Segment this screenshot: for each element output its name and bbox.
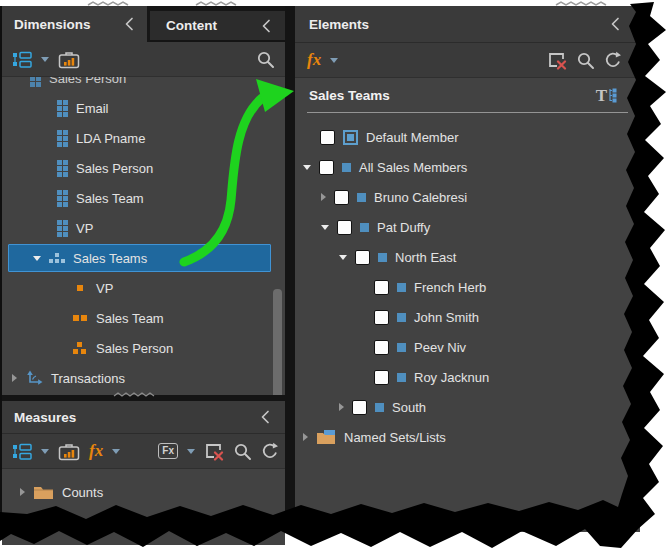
- tree-item-level-sales-person[interactable]: Sales Person: [2, 333, 285, 363]
- dimensions-toolbar: [2, 42, 285, 77]
- fx-folder-icon[interactable]: Fx: [158, 443, 178, 459]
- elements-header: Elements: [295, 6, 640, 43]
- tree-item-email[interactable]: Email: [2, 93, 285, 123]
- fx-folder-dropdown-icon[interactable]: [187, 449, 195, 454]
- tree-item-named-sets-lists[interactable]: Named Sets/Lists: [295, 422, 640, 452]
- expanded-caret-icon[interactable]: [339, 255, 347, 260]
- collapse-chevron-icon[interactable]: [611, 17, 620, 31]
- member-icon: [375, 403, 384, 412]
- member-row-all-sales-members[interactable]: All Sales Members: [295, 152, 640, 182]
- tab-dimensions[interactable]: Dimensions: [2, 6, 147, 42]
- measures-folder-counts[interactable]: Counts: [2, 477, 285, 507]
- expanded-caret-icon[interactable]: [303, 165, 311, 170]
- app-screenshot: Dimensions Content: [0, 6, 640, 532]
- tree-view-icon[interactable]: [12, 51, 32, 68]
- measures-header: Measures: [2, 401, 285, 434]
- member-row-peev-niv[interactable]: Peev Niv: [295, 332, 640, 362]
- member-checkbox[interactable]: [374, 280, 389, 295]
- member-checkbox[interactable]: [374, 370, 389, 385]
- search-icon[interactable]: [233, 442, 252, 461]
- member-icon: [397, 313, 406, 322]
- member-row-pat-duffy[interactable]: Pat Duffy: [295, 212, 640, 242]
- member-row-french-herb[interactable]: French Herb: [295, 272, 640, 302]
- level-icon: [72, 315, 88, 321]
- member-row-john-smith[interactable]: John Smith: [295, 302, 640, 332]
- tree-view-dropdown-icon[interactable]: [41, 57, 49, 62]
- collapse-chevron-icon[interactable]: [261, 410, 270, 424]
- fx-dropdown-icon[interactable]: [112, 449, 120, 454]
- expanded-caret-icon[interactable]: [321, 225, 329, 230]
- member-checkbox[interactable]: [352, 400, 367, 415]
- elements-toolbar: fx: [295, 43, 640, 78]
- refresh-icon[interactable]: [261, 442, 279, 460]
- attribute-icon: [30, 77, 41, 87]
- expanded-caret-icon[interactable]: [33, 256, 41, 261]
- member-row-south[interactable]: South: [295, 392, 640, 422]
- panel-divider[interactable]: [285, 6, 295, 532]
- tree-item-level-vp[interactable]: VP: [2, 273, 285, 303]
- member-checkbox[interactable]: [334, 190, 349, 205]
- fx-formula-icon[interactable]: fx: [307, 51, 321, 68]
- collapsed-caret-icon[interactable]: [303, 433, 308, 441]
- search-icon[interactable]: [256, 50, 275, 69]
- tree-item-sales-teams-selected[interactable]: Sales Teams: [8, 244, 271, 272]
- member-icon: [397, 283, 406, 292]
- attribute-icon: [57, 190, 68, 207]
- collapsed-caret-icon[interactable]: [12, 374, 17, 382]
- search-icon[interactable]: [576, 51, 595, 70]
- member-row-default-member[interactable]: Default Member: [295, 122, 640, 152]
- member-checkbox[interactable]: [337, 220, 352, 235]
- clear-selection-icon[interactable]: [204, 442, 224, 461]
- collapsed-caret-icon[interactable]: [20, 518, 25, 526]
- tree-item-sales-team[interactable]: Sales Team: [2, 183, 285, 213]
- tree-item-level-sales-team[interactable]: Sales Team: [2, 303, 285, 333]
- tree-item-vp[interactable]: VP: [2, 213, 285, 243]
- collapsed-caret-icon[interactable]: [321, 193, 326, 201]
- attribute-icon: [57, 130, 68, 147]
- elements-panel: Elements fx Sales Teams T: [295, 6, 640, 532]
- hierarchy-title: Sales Teams: [309, 88, 390, 103]
- member-checkbox[interactable]: [374, 310, 389, 325]
- measure-case-icon[interactable]: [58, 50, 80, 69]
- tree-item-sales-person[interactable]: Sales Person: [2, 153, 285, 183]
- named-sets-icon: [316, 429, 336, 445]
- caption-mode-icon[interactable]: T: [596, 87, 618, 104]
- fx-dropdown-icon[interactable]: [330, 58, 338, 63]
- tree-view-icon[interactable]: [12, 443, 32, 460]
- member-row-roy-jacknun[interactable]: Roy Jacknun: [295, 362, 640, 392]
- member-checkbox[interactable]: [355, 250, 370, 265]
- fx-formula-icon[interactable]: fx: [89, 442, 103, 459]
- scrollbar-thumb[interactable]: [273, 289, 282, 395]
- level-icon: [72, 285, 88, 291]
- member-checkbox[interactable]: [320, 130, 335, 145]
- collapse-chevron-icon[interactable]: [262, 19, 271, 33]
- tree-view-dropdown-icon[interactable]: [41, 449, 49, 454]
- tree-item-transactions[interactable]: Transactions: [2, 363, 285, 393]
- partially-visible-item[interactable]: Sales Person: [2, 77, 285, 93]
- attribute-icon: [57, 220, 68, 237]
- collapsed-caret-icon[interactable]: [20, 488, 25, 496]
- default-member-icon: [343, 130, 358, 145]
- measures-toolbar: fx Fx: [2, 434, 285, 469]
- member-checkbox[interactable]: [374, 340, 389, 355]
- member-row-north-east[interactable]: North East: [295, 242, 640, 272]
- member-icon: [360, 223, 369, 232]
- attribute-icon: [57, 100, 68, 117]
- member-icon: [342, 163, 351, 172]
- tree-item-lda-pname[interactable]: LDA Pname: [2, 123, 285, 153]
- member-icon: [397, 343, 406, 352]
- measures-folder-financials[interactable]: Financials: [2, 507, 285, 537]
- collapse-chevron-icon[interactable]: [125, 17, 134, 31]
- measures-tree: Counts Financials: [2, 469, 285, 545]
- tab-content[interactable]: Content: [150, 11, 285, 42]
- attribute-icon: [57, 160, 68, 177]
- hierarchy-icon: [49, 253, 65, 263]
- clear-selection-icon[interactable]: [547, 51, 567, 70]
- member-icon: [357, 193, 366, 202]
- measure-case-icon[interactable]: [58, 442, 80, 461]
- refresh-icon[interactable]: [604, 51, 622, 69]
- collapsed-caret-icon[interactable]: [339, 403, 344, 411]
- member-checkbox[interactable]: [319, 160, 334, 175]
- elements-title: Elements: [309, 17, 369, 32]
- member-row-bruno-calebresi[interactable]: Bruno Calebresi: [295, 182, 640, 212]
